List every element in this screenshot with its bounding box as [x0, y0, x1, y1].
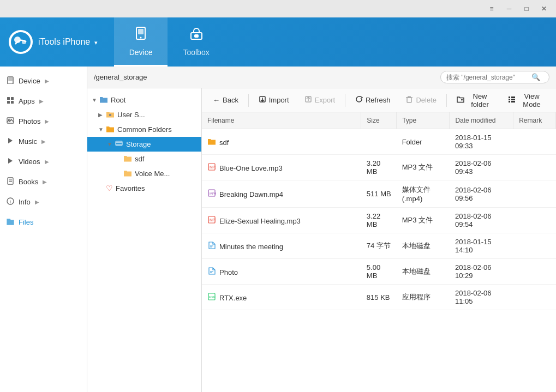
- view-mode-button[interactable]: View Mode: [501, 89, 552, 111]
- file-name-cell: MP3Blue-One Love.mp3: [202, 155, 361, 180]
- file-remark-cell: [513, 155, 556, 180]
- svg-rect-38: [511, 101, 515, 102]
- sidebar-device-label: Device: [19, 77, 40, 85]
- tree-item-voiceme[interactable]: ▶ Voice Me...: [87, 166, 201, 181]
- tree-item-sdf[interactable]: ▶ sdf: [87, 152, 201, 166]
- file-date-cell: 2018-02-06 09:54: [450, 208, 513, 233]
- file-name-cell: Minutes the meeting: [202, 233, 361, 259]
- file-size-cell: 3.22 MB: [361, 208, 397, 233]
- table-row[interactable]: MP4Breaking Dawn.mp4 511 MB 媒体文件 (.mp4) …: [202, 180, 556, 208]
- tab-device[interactable]: Device: [114, 17, 168, 67]
- sidebar-item-device[interactable]: Device ▶: [0, 71, 87, 91]
- tab-toolbox[interactable]: Toolbox: [168, 17, 224, 67]
- sidebar-item-files[interactable]: Files: [0, 212, 87, 232]
- back-button[interactable]: ← Back: [206, 93, 245, 107]
- logo-area[interactable]: iTools iPhone ▾: [9, 30, 98, 54]
- new-folder-button[interactable]: New folder: [450, 89, 499, 111]
- users-folder-icon: [106, 110, 115, 119]
- svg-rect-36: [511, 97, 515, 98]
- sidebar-item-music[interactable]: Music ▶: [0, 131, 87, 152]
- tree-item-root[interactable]: ▼ Root: [87, 93, 201, 107]
- photos-arrow: ▶: [45, 118, 49, 124]
- file-name-cell: MP4Breaking Dawn.mp4: [202, 180, 361, 208]
- file-icon: MP4: [207, 189, 216, 198]
- app-name: iTools iPhone ▾: [38, 37, 98, 47]
- file-name-cell: EXERTX.exe: [202, 285, 361, 310]
- refresh-button[interactable]: Refresh: [349, 93, 397, 107]
- delete-button[interactable]: Delete: [399, 93, 443, 107]
- maximize-button[interactable]: □: [519, 3, 534, 15]
- close-button[interactable]: ✕: [536, 3, 552, 15]
- breadcrumb-bar: /general_storage 🔍: [87, 67, 556, 88]
- sidebar-videos-label: Videos: [19, 158, 40, 166]
- file-size-cell: 3.20 MB: [361, 155, 397, 180]
- search-box[interactable]: 🔍: [440, 71, 549, 83]
- file-remark-cell: [513, 259, 556, 285]
- tree-root-label: Root: [111, 96, 125, 104]
- tree-item-favorites[interactable]: ▶ ♡ Favorites: [87, 181, 201, 195]
- col-date[interactable]: Date modified: [450, 112, 513, 129]
- file-date-cell: 2018-02-06 11:05: [450, 285, 513, 310]
- svg-rect-18: [8, 178, 13, 184]
- sidebar-item-info[interactable]: i Info ▶: [0, 192, 87, 212]
- file-date-cell: 2018-01-15 09:33: [450, 129, 513, 155]
- file-icon: [207, 242, 216, 251]
- table-row[interactable]: MP3Elize-Sexual Healing.mp3 3.22 MB MP3 …: [202, 208, 556, 233]
- toolbar: ← Back Import: [202, 88, 556, 112]
- svg-rect-9: [9, 78, 12, 81]
- tree-item-common[interactable]: ▼ Common Folders: [87, 122, 201, 137]
- export-icon: [304, 95, 312, 105]
- delete-icon: [405, 95, 413, 105]
- file-remark-cell: [513, 233, 556, 259]
- file-icon: MP3: [207, 216, 216, 225]
- table-row[interactable]: MP3Blue-One Love.mp3 3.20 MB MP3 文件 2018…: [202, 155, 556, 180]
- breadcrumb-path: /general_storage: [94, 73, 147, 81]
- col-size[interactable]: Size: [361, 112, 397, 129]
- file-type-cell: MP3 文件: [397, 208, 450, 233]
- sidebar-books-label: Books: [19, 178, 38, 186]
- minimize-button[interactable]: ─: [501, 3, 517, 15]
- tree-item-storage[interactable]: ▼ Storage: [87, 137, 201, 152]
- music-sidebar-icon: [7, 137, 14, 146]
- new-folder-icon: [457, 95, 464, 105]
- table-row[interactable]: Photo 5.00 MB 本地磁盘 2018-02-06 10:29: [202, 259, 556, 285]
- device-arrow: ▶: [45, 78, 49, 84]
- info-sidebar-icon: i: [7, 197, 14, 207]
- export-button[interactable]: Export: [298, 93, 342, 107]
- sep3: [446, 94, 447, 107]
- tree-item-users[interactable]: ▶ User S...: [87, 107, 201, 122]
- content-right: ← Back Import: [202, 88, 556, 392]
- tree-users-label: User S...: [117, 111, 145, 119]
- import-button[interactable]: Import: [252, 93, 296, 107]
- file-icon: MP3: [207, 163, 216, 172]
- nav-tabs: Device Toolbox: [114, 17, 225, 67]
- file-type-cell: Folder: [397, 129, 450, 155]
- col-type[interactable]: Type: [397, 112, 450, 129]
- sep2: [345, 94, 345, 107]
- svg-rect-4: [138, 29, 144, 34]
- logo-icon: [9, 30, 33, 54]
- col-remark[interactable]: Remark: [513, 112, 556, 129]
- sidebar-item-apps[interactable]: Apps ▶: [0, 91, 87, 111]
- tree-favorites-label: Favorites: [116, 184, 145, 192]
- tree-storage-label: Storage: [126, 140, 151, 148]
- svg-rect-35: [509, 101, 510, 102]
- videos-arrow: ▶: [45, 159, 49, 165]
- toolbox-tab-icon: [189, 26, 204, 45]
- file-icon: [207, 267, 216, 276]
- table-row[interactable]: EXERTX.exe 815 KB 应用程序 2018-02-06 11:05: [202, 285, 556, 310]
- table-row[interactable]: sdf Folder 2018-01-15 09:33: [202, 129, 556, 155]
- import-icon: [259, 95, 266, 105]
- sidebar-item-videos[interactable]: Videos ▶: [0, 152, 87, 172]
- sidebar-item-books[interactable]: Books ▶: [0, 172, 87, 192]
- table-header-row: Filename Size Type Date modified Remark: [202, 112, 556, 129]
- table-row[interactable]: Minutes the meeting 74 字节 本地磁盘 2018-01-1…: [202, 233, 556, 259]
- tree-sdf-label: sdf: [135, 155, 144, 163]
- menu-button[interactable]: ≡: [484, 3, 499, 15]
- sidebar-item-photos[interactable]: Photos ▶: [0, 111, 87, 131]
- users-arrow: ▶: [98, 112, 106, 118]
- col-filename[interactable]: Filename: [202, 112, 361, 129]
- file-date-cell: 2018-02-06 10:29: [450, 259, 513, 285]
- search-input[interactable]: [446, 74, 528, 81]
- device-sidebar-icon: [7, 76, 14, 86]
